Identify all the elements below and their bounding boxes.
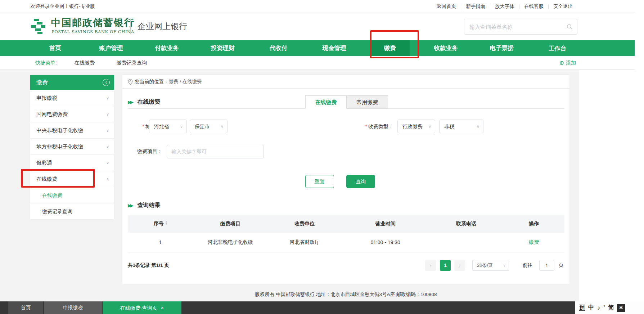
sidebar-title: 缴费 ‹ bbox=[30, 75, 114, 90]
location-pin-icon bbox=[128, 79, 133, 85]
section-marker-icon: ▶▶ bbox=[128, 203, 132, 208]
nav-item-investment[interactable]: 投资理财 bbox=[195, 40, 251, 56]
select-arrow-icon: ∨ bbox=[428, 120, 431, 133]
top-utility-bar: 欢迎登录企业网上银行-专业版 返回首页 新手指南 放大字体 在线客服 安全退出 bbox=[0, 0, 635, 13]
divider bbox=[130, 19, 131, 34]
sidebar-subitem-online-payment[interactable]: 在线缴费 bbox=[30, 187, 114, 203]
prev-page-button[interactable]: ‹ bbox=[425, 260, 436, 271]
close-tab-icon[interactable]: × bbox=[161, 305, 164, 311]
payment-tabs: 在线缴费 常用缴费 bbox=[305, 95, 388, 109]
reset-button[interactable]: 重置 bbox=[305, 175, 334, 188]
add-quick-menu-button[interactable]: ⊕添加 bbox=[559, 56, 576, 70]
psbc-logo-icon bbox=[30, 18, 47, 35]
sidebar-item-central-nontax[interactable]: 中央非税电子化收缴∨ bbox=[30, 122, 114, 139]
ime-logo-icon[interactable]: ✱ bbox=[617, 304, 625, 312]
cell-hours: 01:00 - 19:30 bbox=[342, 233, 429, 252]
section-marker-icon: ▶▶ bbox=[128, 99, 132, 105]
welcome-text: 欢迎登录企业网上银行-专业版 bbox=[30, 0, 95, 13]
quick-menu-bar: 快捷菜单: 在线缴费 缴费记录查询 ⊕添加 bbox=[0, 56, 635, 70]
table-row: 1 河北非税电子化收缴 河北省财政厅 01:00 - 19:30 缴费 bbox=[128, 233, 564, 252]
nav-item-collection-payment[interactable]: 代收付 bbox=[251, 40, 306, 56]
fee-subtype-select[interactable]: 非税 ∨ bbox=[439, 120, 483, 133]
col-header-phone: 联系电话 bbox=[429, 215, 503, 233]
screen: 欢迎登录企业网上银行-专业版 返回首页 新手指南 放大字体 在线客服 安全退出 … bbox=[0, 0, 644, 314]
nav-item-payment-business[interactable]: 付款业务 bbox=[139, 40, 195, 56]
goto-label: 前往 bbox=[523, 260, 532, 271]
main-nav: 首页 账户管理 付款业务 投资理财 代收付 现金管理 缴费 收款业务 电子票据 … bbox=[0, 40, 635, 56]
cell-seq: 1 bbox=[128, 233, 193, 252]
bank-name: 中国邮政储蓄银行 bbox=[51, 16, 135, 29]
taskbar-tab-online-payment-query[interactable]: 在线缴费-查询页× bbox=[103, 301, 181, 314]
nav-item-home[interactable]: 首页 bbox=[27, 40, 83, 56]
cell-phone bbox=[429, 233, 503, 252]
link-online-service[interactable]: 在线客服 bbox=[519, 3, 548, 10]
province-select[interactable]: 河北省 ∨ bbox=[149, 120, 187, 133]
main-content-card: 您当前的位置：缴费 / 在线缴费 ▶▶ 在线缴费 在线缴费 常用缴费 *城市： … bbox=[122, 75, 569, 284]
nav-more-icon[interactable]: » bbox=[568, 0, 572, 15]
ime-toolbar: 拼 中 ♪ ’ 简 ✱ bbox=[575, 301, 644, 314]
link-beginner-guide[interactable]: 新手指南 bbox=[461, 3, 490, 10]
select-arrow-icon: ∨ bbox=[477, 120, 479, 133]
copyright-footer: 版权所有 中国邮政储蓄银行 地址：北京市西城区金融大街3号A座 邮政编码：100… bbox=[255, 291, 437, 298]
fee-type-select[interactable]: 行政缴费 ∨ bbox=[397, 120, 435, 133]
chevron-down-icon: ∨ bbox=[106, 155, 109, 171]
tab-online-payment[interactable]: 在线缴费 bbox=[305, 95, 347, 109]
nav-item-cash-management[interactable]: 现金管理 bbox=[306, 40, 362, 56]
breadcrumb-label: 您当前的位置： bbox=[135, 79, 169, 84]
ime-simplified-icon[interactable]: 简 bbox=[608, 304, 614, 311]
taskbar-tab-home[interactable]: 首页 bbox=[8, 301, 43, 314]
quick-menu-label: 快捷菜单: bbox=[35, 56, 57, 70]
nav-item-e-bills[interactable]: 电子票据 bbox=[474, 40, 530, 56]
breadcrumb: 您当前的位置：缴费 / 在线缴费 bbox=[122, 75, 569, 89]
bank-name-english: POSTAL SAVINGS BANK OF CHINA bbox=[51, 29, 134, 34]
ime-sound-icon[interactable]: ♪ bbox=[597, 305, 600, 311]
utility-links: 返回首页 新手指南 放大字体 在线客服 安全退出 bbox=[432, 0, 577, 13]
taskbar: 首页 申报缴税 在线缴费-查询页× bbox=[0, 301, 644, 314]
sidebar-item-online-payment[interactable]: 在线缴费∧ bbox=[30, 171, 114, 187]
nav-item-receivables[interactable]: 收款业务 bbox=[418, 40, 474, 56]
taskbar-tab-declare-tax[interactable]: 申报缴税 bbox=[44, 301, 102, 314]
select-arrow-icon: ∨ bbox=[180, 120, 183, 133]
sidebar-item-state-grid-electricity[interactable]: 国网电费缴费∨ bbox=[30, 106, 114, 122]
select-arrow-icon: ∨ bbox=[503, 260, 506, 270]
nav-item-account-management[interactable]: 账户管理 bbox=[83, 40, 139, 56]
nav-item-workbench[interactable]: 工作台 bbox=[530, 40, 585, 56]
city-select[interactable]: 保定市 ∨ bbox=[190, 120, 228, 133]
col-header-hours: 营业时间 bbox=[342, 215, 429, 233]
link-enlarge-font[interactable]: 放大字体 bbox=[490, 3, 519, 10]
page-size-select[interactable]: 20条/页 ∨ bbox=[472, 260, 509, 271]
header: 中国邮政储蓄银行 POSTAL SAVINGS BANK OF CHINA 企业… bbox=[0, 13, 635, 40]
sidebar-collapse-icon[interactable]: ‹ bbox=[103, 79, 110, 86]
link-safe-logout[interactable]: 安全退出 bbox=[549, 3, 577, 10]
current-page-button[interactable]: 1 bbox=[440, 260, 451, 271]
pay-action-link[interactable]: 缴费 bbox=[529, 239, 539, 245]
sidebar-subitem-payment-records[interactable]: 缴费记录查询 bbox=[30, 203, 114, 220]
sort-icon[interactable]: ▲▼ bbox=[165, 221, 168, 225]
ime-pinyin-icon[interactable]: 拼 bbox=[579, 305, 585, 311]
nav-item-bill-payment[interactable]: 缴费 bbox=[370, 40, 410, 56]
query-button[interactable]: 查询 bbox=[346, 175, 375, 188]
sidebar-item-declare-tax[interactable]: 申报缴税∨ bbox=[30, 90, 114, 106]
product-name: 企业网上银行 bbox=[138, 21, 187, 32]
sidebar: 缴费 ‹ 申报缴税∨ 国网电费缴费∨ 中央非税电子化收缴∨ 地方非税电子化收缴∨… bbox=[30, 75, 114, 220]
link-return-home[interactable]: 返回首页 bbox=[432, 3, 461, 10]
menu-search-input[interactable] bbox=[469, 19, 563, 34]
ime-chinese-mode-icon[interactable]: 中 bbox=[588, 304, 594, 311]
results-table: 序号▲▼ 缴费项目 收费单位 营业时间 联系电话 操作 1 河北非税电子化收缴 … bbox=[128, 215, 564, 252]
sidebar-item-local-nontax[interactable]: 地方非税电子化收缴∨ bbox=[30, 139, 114, 155]
goto-page-input[interactable] bbox=[539, 260, 554, 271]
search-icon[interactable] bbox=[567, 24, 573, 30]
quick-menu-online-payment[interactable]: 在线缴费 bbox=[75, 56, 95, 70]
cell-unit: 河北省财政厅 bbox=[267, 233, 342, 252]
project-keyword-input[interactable] bbox=[167, 145, 264, 158]
col-header-seq: 序号▲▼ bbox=[128, 215, 193, 233]
section-title-online-payment: ▶▶ 在线缴费 bbox=[128, 98, 160, 106]
project-label: 缴费项目： bbox=[132, 148, 162, 155]
ime-punctuation-icon[interactable]: ’ bbox=[603, 305, 605, 311]
chevron-down-icon: ∨ bbox=[106, 106, 109, 122]
sidebar-item-yincaitong[interactable]: 银彩通∨ bbox=[30, 155, 114, 171]
chevron-up-icon: ∧ bbox=[106, 171, 109, 187]
tab-frequent-payment[interactable]: 常用缴费 bbox=[347, 95, 388, 109]
next-page-button[interactable]: › bbox=[454, 260, 465, 271]
quick-menu-payment-records[interactable]: 缴费记录查询 bbox=[117, 56, 147, 70]
